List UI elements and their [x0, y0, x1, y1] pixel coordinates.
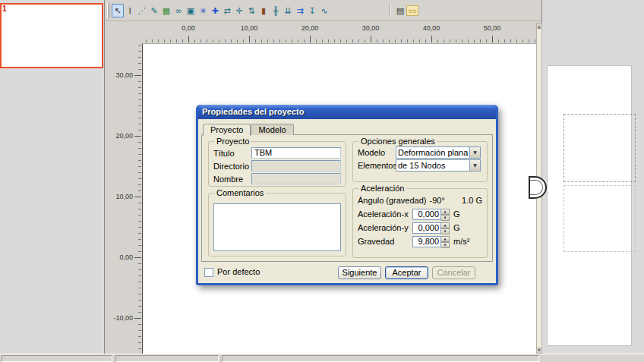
status-cell — [2, 355, 112, 362]
default-checkbox-label: Por defecto — [217, 267, 260, 276]
h-ruler-label: 0,00 — [173, 24, 204, 32]
cancelar-button[interactable]: Cancelar — [432, 266, 475, 279]
project-group-legend: Proyecto — [214, 137, 251, 146]
h-ruler-label: 30,00 — [355, 24, 386, 32]
accel-x-spinbox[interactable]: 0,000 ▲ ▼ — [412, 209, 450, 220]
comments-textarea[interactable] — [213, 203, 341, 251]
distributed-load-tool-icon[interactable]: ╫ — [270, 4, 282, 17]
anchor-tool-icon[interactable]: ↧ — [306, 4, 318, 17]
dialog-titlebar[interactable]: Propiedades del proyecto — [198, 105, 496, 119]
titulo-label: Título — [213, 149, 251, 158]
desktop: 1 ↖ I ⋰ ✎ ▦ ∞ ▣ ✳ ✚ ⇄ ✛ ⇅ ▮ ╫ ⇊ ⇉ ↧ ∿ ▤ … — [0, 0, 644, 362]
general-options-legend: Opciones generales — [358, 137, 437, 146]
h-ruler-label: 40,00 — [416, 24, 447, 32]
v-ruler-label: -10,00 — [109, 314, 133, 322]
chevron-down-icon[interactable]: ▼ — [469, 147, 480, 158]
v-ruler-label: 30,00 — [109, 71, 133, 79]
titulo-input[interactable]: TBM — [251, 147, 341, 159]
h-ruler-label: 10,00 — [234, 24, 264, 32]
tunnel-shape — [529, 176, 547, 199]
default-checkbox[interactable] — [204, 268, 213, 277]
spin-up-icon[interactable]: ▲ — [441, 209, 450, 215]
angle-label: Ángulo (gravedad) — [358, 196, 427, 205]
spin-down-icon[interactable]: ▼ — [441, 228, 450, 235]
gravity-label: Gravedad — [358, 237, 412, 246]
aceptar-button[interactable]: Aceptar — [385, 266, 428, 279]
gear-tool-icon[interactable]: ✳ — [197, 4, 209, 17]
spin-down-icon[interactable]: ▼ — [441, 242, 450, 248]
status-bar — [0, 354, 644, 362]
tab-proyecto[interactable]: Proyecto — [203, 124, 251, 136]
geometry-line-tool-icon[interactable]: ∞ — [172, 4, 185, 17]
elementos-select[interactable]: de 15 Nodos ▼ — [396, 159, 481, 172]
angle-value: -90° — [430, 196, 445, 205]
dialog-bottom-row: Por defecto Siguiente Aceptar Cancelar — [198, 265, 496, 282]
accel-x-unit: G — [453, 209, 460, 219]
node-arrows-tool-icon[interactable]: ⇉ — [294, 4, 306, 17]
material-tool-icon[interactable]: ▮ — [257, 4, 270, 17]
gravity-unit: m/s² — [453, 237, 469, 246]
accel-y-value[interactable]: 0,000 — [412, 222, 441, 234]
modelo-select[interactable]: Deformación plana ▼ — [396, 146, 481, 159]
modelo-select-value: Deformación plana — [396, 147, 469, 158]
dashed-selection-rect — [564, 185, 636, 252]
draw-tool-icon[interactable]: ✎ — [148, 4, 160, 17]
status-cell — [115, 355, 219, 362]
directorio-input — [251, 160, 341, 172]
angle-extra: 1.0 G — [462, 196, 482, 205]
load-arrows-tool-icon[interactable]: ⇊ — [282, 4, 294, 17]
status-cell — [222, 355, 539, 362]
gravity-spinbox[interactable]: 9,800 ▲ ▼ — [412, 236, 450, 247]
horizontal-arrows-tool-icon[interactable]: ⇄ — [221, 4, 233, 17]
initial-conditions-tool-icon[interactable]: ▭ — [406, 5, 418, 16]
accel-x-label: Aceleración-x — [358, 209, 412, 219]
spin-down-icon[interactable]: ▼ — [441, 215, 450, 221]
dialog-body: Proyecto Modelo Proyecto Título TBM Dire… — [198, 119, 496, 283]
accel-y-label: Aceleración-y — [358, 223, 412, 232]
cross-arrows-tool-icon[interactable]: ✛ — [233, 4, 245, 17]
elementos-label: Elementos — [358, 161, 396, 170]
tab-modelo[interactable]: Modelo — [251, 124, 293, 135]
spin-up-icon[interactable]: ▲ — [441, 236, 450, 242]
vertical-arrows-tool-icon[interactable]: ⇅ — [245, 4, 257, 17]
h-ruler-label: 20,00 — [295, 24, 325, 32]
scroll-down-icon[interactable]: ▼ — [537, 347, 541, 353]
toolbar-grip[interactable] — [107, 3, 109, 18]
toolbar-separator — [390, 4, 391, 17]
annotation-region — [0, 3, 103, 68]
h-ruler-major-ticks — [142, 36, 536, 42]
tunnel-tool-icon[interactable]: ✚ — [209, 4, 221, 17]
comments-group: Comentarios — [208, 193, 346, 257]
nombre-input — [251, 173, 341, 184]
dashed-selection-rect — [564, 114, 636, 182]
spring-tool-icon[interactable]: ∿ — [318, 4, 330, 17]
v-ruler-major-ticks — [134, 43, 141, 354]
mesh-table-tool-icon[interactable]: ▤ — [394, 4, 406, 17]
vertical-ruler: 30,00 20,00 10,00 0,00 -10,00 — [107, 43, 142, 354]
acceleration-group: Aceleración Ángulo (gravedad) -90° 1.0 G… — [352, 188, 488, 258]
project-group: Proyecto Título TBM Directorio Nombre — [208, 141, 346, 187]
nombre-label: Nombre — [213, 175, 251, 184]
elementos-select-value: de 15 Nodos — [396, 160, 469, 171]
spin-up-icon[interactable]: ▲ — [441, 222, 450, 228]
main-toolbar: ↖ I ⋰ ✎ ▦ ∞ ▣ ✳ ✚ ⇄ ✛ ⇅ ▮ ╫ ⇊ ⇉ ↧ ∿ ▤ ▭ — [105, 1, 541, 21]
project-properties-dialog: Propiedades del proyecto Proyecto Modelo… — [196, 105, 498, 285]
chevron-down-icon[interactable]: ▼ — [469, 160, 480, 171]
accel-y-unit: G — [453, 223, 460, 232]
siguiente-button[interactable]: Siguiente — [338, 266, 381, 279]
scroll-up-icon[interactable]: ▲ — [537, 24, 541, 30]
accel-x-value[interactable]: 0,000 — [412, 209, 441, 220]
text-tool-icon[interactable]: I — [124, 4, 136, 17]
v-ruler-label: 20,00 — [109, 132, 133, 140]
selection-pointer-icon[interactable]: ↖ — [112, 4, 124, 17]
tab-page-proyecto: Proyecto Título TBM Directorio Nombre — [201, 134, 493, 262]
accel-y-spinbox[interactable]: 0,000 ▲ ▼ — [412, 222, 450, 234]
point-tool-icon[interactable]: ⋰ — [136, 4, 148, 17]
comments-group-legend: Comentarios — [214, 188, 266, 197]
plate-tool-icon[interactable]: ▣ — [185, 4, 197, 17]
annotation-marker: 1 — [2, 5, 7, 13]
horizontal-ruler: 0,00 10,00 20,00 30,00 40,00 50,00 — [142, 23, 536, 43]
modelo-label: Modelo — [358, 148, 396, 157]
grid-tool-icon[interactable]: ▦ — [160, 4, 172, 17]
gravity-value[interactable]: 9,800 — [412, 236, 441, 247]
